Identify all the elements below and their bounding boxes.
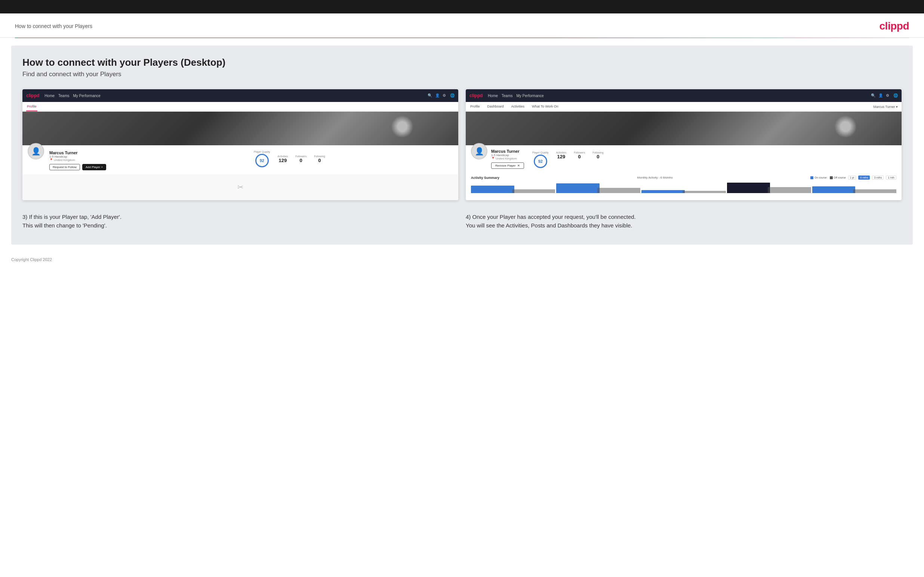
tab-dashboard-right[interactable]: Dashboard: [487, 102, 505, 111]
globe-icon-left[interactable]: 🌐: [450, 93, 454, 98]
search-icon-left[interactable]: 🔍: [428, 93, 432, 98]
remove-player-label: Remove Player: [495, 164, 516, 167]
app-nav-icons-left: 🔍 👤 ⚙ 🌐: [428, 93, 454, 98]
chart-bar-1: [471, 185, 514, 193]
chart-bar-2: [556, 184, 599, 193]
app-tabs-right: Profile Dashboard Activities What To Wor…: [466, 102, 901, 112]
main-subtitle: Find and connect with your Players: [23, 71, 901, 78]
time-btn-1yr[interactable]: 1 yr: [848, 176, 856, 180]
quality-circle-left: 92: [255, 154, 269, 167]
app-nav-links-left: Home Teams My Performance: [44, 94, 100, 98]
activities-label-left: Activities: [278, 155, 288, 158]
location-text-left: United Kingdom: [54, 158, 75, 162]
tab-activities-right[interactable]: Activities: [510, 102, 525, 111]
app-logo-right: clippd: [470, 93, 483, 98]
settings-icon-right[interactable]: ⚙: [886, 93, 890, 98]
user-icon-left[interactable]: 👤: [435, 93, 439, 98]
tab-profile-left[interactable]: Profile: [26, 102, 37, 111]
description-left: 3) If this is your Player tap, 'Add Play…: [23, 213, 458, 230]
settings-icon-left[interactable]: ⚙: [443, 93, 447, 98]
following-label-right: Following: [593, 151, 604, 154]
profile-section-left: 👤 Marcus Turner 1-5 Handicap 📍 United Ki…: [23, 145, 458, 174]
main-content: How to connect with your Players (Deskto…: [11, 45, 913, 245]
clippd-logo: clippd: [880, 20, 909, 32]
stats-row-left: Player Quality 92 Activities 129 Followe…: [254, 149, 453, 167]
avatar-left: 👤: [27, 143, 44, 160]
profile-location-left: 📍 United Kingdom: [49, 158, 249, 162]
time-btn-3mths[interactable]: 3 mths: [872, 176, 884, 180]
screenshots-row: clippd Home Teams My Performance 🔍 👤 ⚙ 🌐…: [23, 89, 901, 200]
avatar-right: 👤: [471, 143, 488, 160]
nav-teams-left[interactable]: Teams: [58, 94, 69, 98]
stats-row-right: Player Quality 92 Activities 129 Followe…: [532, 149, 897, 168]
location-pin-right: 📍: [491, 157, 495, 160]
profile-handicap-left: 1-5 Handicap: [49, 155, 249, 158]
description-left-text: 3) If this is your Player tap, 'Add Play…: [23, 214, 121, 229]
nav-teams-right[interactable]: Teams: [502, 94, 512, 98]
screenshot-left: clippd Home Teams My Performance 🔍 👤 ⚙ 🌐…: [23, 89, 458, 200]
profile-handicap-right: 1-5 Handicap: [491, 153, 528, 157]
descriptions-row: 3) If this is your Player tap, 'Add Play…: [23, 209, 901, 230]
profile-location-right: 📍 United Kingdom: [491, 157, 528, 160]
activities-label-right: Activities: [556, 151, 567, 154]
remove-player-button[interactable]: Remove Player ✕: [491, 163, 524, 169]
location-text-right: United Kingdom: [496, 157, 517, 160]
app-logo-left: clippd: [26, 93, 39, 98]
followers-label-left: Followers: [295, 155, 307, 158]
legend-dot-offcourse: [830, 176, 833, 179]
screenshot-bottom-left: ✂: [23, 174, 458, 200]
followers-label-right: Followers: [574, 151, 585, 154]
tab-user-right[interactable]: Marcus Turner ▾: [873, 105, 898, 109]
quality-label-left: Player Quality: [254, 150, 270, 153]
app-nav-links-right: Home Teams My Performance: [488, 94, 544, 98]
remove-player-x-icon: ✕: [517, 164, 520, 167]
nav-performance-left[interactable]: My Performance: [73, 94, 100, 98]
screenshot-right: clippd Home Teams My Performance 🔍 👤 ⚙ 🌐…: [466, 89, 901, 200]
chart-bar-1b: [512, 189, 556, 193]
activity-controls: On course Off course 1 yr 6 mths 3 mths …: [810, 176, 897, 180]
tab-whattoon-right[interactable]: What To Work On: [531, 102, 559, 111]
profile-name-right: Marcus Turner: [491, 149, 528, 153]
activities-value-left: 129: [278, 158, 288, 163]
scissors-icon: ✂: [237, 183, 244, 192]
hero-image-right: [466, 112, 901, 145]
profile-name-left: Marcus Turner: [49, 150, 249, 155]
nav-performance-right[interactable]: My Performance: [516, 94, 543, 98]
app-nav-icons-right: 🔍 👤 ⚙ 🌐: [871, 93, 898, 98]
user-icon-right[interactable]: 👤: [879, 93, 883, 98]
legend-oncourse: On course: [810, 176, 826, 179]
description-right-text: 4) Once your Player has accepted your re…: [466, 214, 636, 229]
chart-bar-2b: [597, 188, 641, 193]
activities-stat-right: Activities 129: [556, 151, 567, 160]
following-stat-right: Following 0: [593, 151, 604, 160]
activity-chart: [471, 182, 897, 193]
quality-label-right: Player Quality: [532, 151, 549, 154]
copyright-text: Copyright Clippd 2022: [11, 257, 52, 262]
globe-icon-right[interactable]: 🌐: [893, 93, 898, 98]
chart-bar-3b: [683, 191, 726, 193]
nav-home-right[interactable]: Home: [488, 94, 498, 98]
time-btn-6mths[interactable]: 6 mths: [858, 176, 870, 180]
quality-value-right: 92: [538, 159, 543, 164]
app-navbar-right: clippd Home Teams My Performance 🔍 👤 ⚙ 🌐: [466, 89, 901, 102]
request-follow-button[interactable]: Request to Follow: [49, 164, 80, 170]
page-footer: Copyright Clippd 2022: [0, 252, 924, 267]
add-player-button[interactable]: Add Player +: [82, 164, 106, 170]
profile-info-right: Marcus Turner 1-5 Handicap 📍 United King…: [491, 149, 528, 169]
tab-profile-right[interactable]: Profile: [470, 102, 481, 111]
legend-dot-oncourse: [810, 176, 813, 179]
time-btn-1mth[interactable]: 1 mth: [886, 176, 897, 180]
legend-label-offcourse: Off course: [834, 176, 846, 179]
avatar-icon-right: 👤: [475, 147, 484, 156]
search-icon-right[interactable]: 🔍: [871, 93, 876, 98]
quality-value-left: 92: [260, 158, 264, 163]
profile-info-left: Marcus Turner 1-5 Handicap 📍 United King…: [49, 149, 249, 170]
following-stat-left: Following 0: [314, 155, 325, 163]
nav-home-left[interactable]: Home: [44, 94, 55, 98]
header-divider: [15, 38, 909, 38]
top-bar: [0, 0, 924, 13]
following-value-left: 0: [314, 158, 325, 163]
activity-period: Monthly Activity - 6 Months: [637, 176, 673, 179]
quality-wrapper-left: Player Quality 92: [254, 150, 270, 167]
following-value-right: 0: [593, 154, 604, 160]
